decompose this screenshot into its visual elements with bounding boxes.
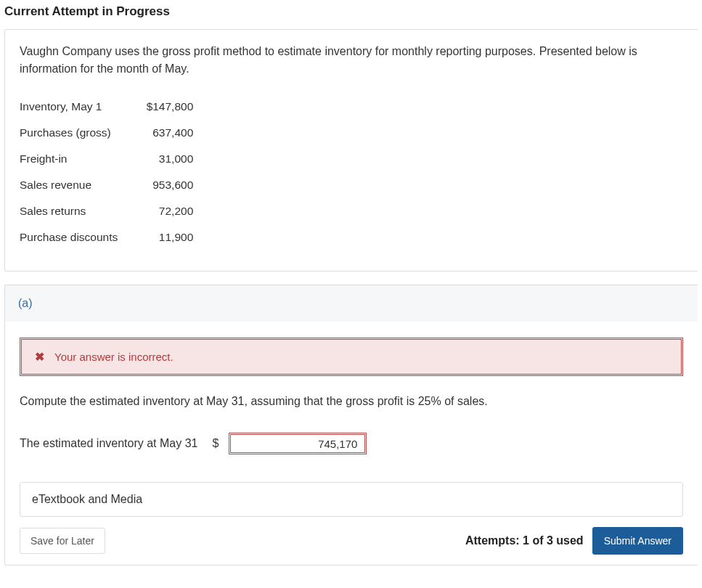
row-label: Freight-in (20, 146, 139, 172)
page-title: Current Attempt in Progress (4, 0, 698, 29)
table-row: Sales returns 72,200 (20, 198, 197, 224)
x-icon: ✖ (35, 350, 44, 364)
row-label: Sales returns (20, 198, 139, 224)
table-row: Purchases (gross) 637,400 (20, 120, 197, 146)
row-value: 953,600 (139, 172, 197, 198)
problem-panel: Vaughn Company uses the gross profit met… (4, 29, 698, 271)
row-label: Inventory, May 1 (20, 94, 139, 120)
row-value: 11,900 (139, 224, 197, 250)
part-label: (a) (18, 297, 33, 309)
part-header[interactable]: (a) (4, 285, 698, 322)
row-value: 72,200 (139, 198, 197, 224)
answer-prefix: The estimated inventory at May 31 (20, 437, 197, 450)
table-row: Freight-in 31,000 (20, 146, 197, 172)
alert-message: Your answer is incorrect. (54, 351, 174, 363)
answer-row: The estimated inventory at May 31 $ (20, 433, 683, 454)
attempts-text: Attempts: 1 of 3 used (465, 534, 584, 547)
table-row: Inventory, May 1 $147,800 (20, 94, 197, 120)
save-for-later-button[interactable]: Save for Later (20, 528, 105, 554)
row-label: Purchases (gross) (20, 120, 139, 146)
row-value: 31,000 (139, 146, 197, 172)
submit-answer-button[interactable]: Submit Answer (592, 527, 683, 555)
data-table: Inventory, May 1 $147,800 Purchases (gro… (20, 94, 197, 250)
table-row: Sales revenue 953,600 (20, 172, 197, 198)
row-label: Sales revenue (20, 172, 139, 198)
currency-symbol: $ (212, 437, 219, 450)
part-body: ✖ Your answer is incorrect. Compute the … (4, 322, 698, 565)
table-row: Purchase discounts 11,900 (20, 224, 197, 250)
problem-intro: Vaughn Company uses the gross profit met… (20, 43, 683, 78)
question-instruction: Compute the estimated inventory at May 3… (20, 395, 683, 408)
incorrect-alert: ✖ Your answer is incorrect. (20, 338, 683, 376)
row-value: 637,400 (139, 120, 197, 146)
row-value: $147,800 (139, 94, 197, 120)
row-label: Purchase discounts (20, 224, 139, 250)
etextbook-media-button[interactable]: eTextbook and Media (20, 482, 683, 517)
footer-row: Save for Later Attempts: 1 of 3 used Sub… (20, 527, 683, 555)
answer-input[interactable] (229, 433, 367, 454)
